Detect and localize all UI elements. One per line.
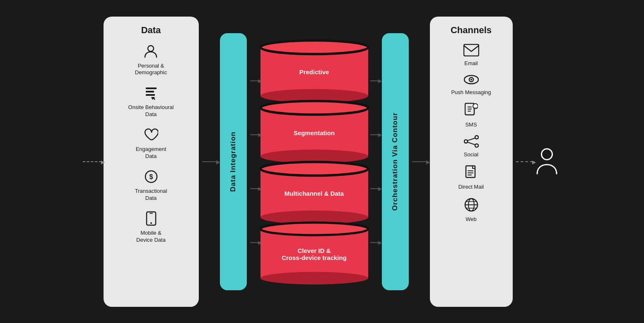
svg-text:$: $	[149, 173, 153, 180]
orchestration-panel: Orchestration Via Contour	[382, 33, 409, 290]
channel-sms: ... SMS	[465, 103, 478, 128]
channel-directmail: Direct Mail	[458, 165, 484, 190]
transactional-label: TransactionalData	[135, 188, 167, 202]
svg-text:...: ...	[474, 105, 477, 109]
svg-point-36	[475, 136, 478, 139]
channel-web: Web	[464, 197, 479, 222]
arrow-orchestration-to-channels: ▶	[412, 33, 427, 290]
sms-icon: ...	[465, 103, 478, 121]
data-integration-panel: Data Integration	[220, 33, 247, 290]
svg-rect-2	[146, 91, 154, 92]
data-panel: Data Personal &Demographic	[104, 17, 199, 307]
web-label: Web	[466, 216, 477, 222]
channel-email: Email	[463, 44, 479, 66]
data-item-behavioural: Onsite BehaviouralData	[128, 85, 174, 118]
svg-point-0	[148, 46, 154, 51]
mobile-icon	[145, 211, 157, 228]
data-item-transactional: $ TransactionalData	[135, 169, 167, 202]
segment-multichannel-label: Multichannel & Data	[281, 190, 347, 197]
right-db-arrows: ▶ ▶ ▶ ▶	[370, 41, 382, 282]
svg-point-35	[464, 140, 468, 143]
svg-point-8	[150, 222, 152, 224]
heart-icon	[143, 127, 158, 144]
push-label: Push Messaging	[451, 89, 491, 95]
orchestration-label: Orchestration Via Contour	[391, 112, 399, 211]
svg-rect-1	[146, 87, 157, 89]
svg-line-38	[468, 138, 475, 141]
behavioural-label: Onsite BehaviouralData	[128, 104, 174, 118]
customer-person	[533, 33, 562, 290]
db-segment-cleverid: Clever ID &Cross-device tracking	[260, 223, 368, 282]
channels-panel: Channels Email Push Messaging	[430, 17, 513, 307]
engagement-label: EngagementData	[136, 146, 166, 160]
channel-push: Push Messaging	[451, 74, 491, 95]
segment-segmentation-label: Segmentation	[290, 129, 338, 136]
svg-rect-25	[464, 44, 479, 56]
personal-label: Personal &Demographic	[135, 63, 167, 77]
cursor-icon	[144, 85, 159, 102]
svg-point-49	[542, 149, 552, 160]
social-icon	[464, 135, 479, 151]
cylinder-stack: Predictive Segmentation	[260, 41, 368, 282]
arrow-data-to-integration: ▶	[202, 33, 217, 290]
data-integration-label: Data Integration	[229, 131, 237, 192]
data-item-mobile: Mobile &Device Data	[136, 211, 166, 244]
email-icon	[463, 44, 479, 59]
data-item-engagement: EngagementData	[136, 127, 166, 160]
exit-arrow: ▶	[516, 33, 533, 290]
email-label: Email	[464, 60, 478, 66]
sms-label: SMS	[465, 121, 477, 128]
entry-arrow: ▶	[83, 33, 101, 290]
svg-rect-3	[146, 94, 155, 96]
segment-cleverid-label: Clever ID &Cross-device tracking	[278, 247, 350, 261]
directmail-label: Direct Mail	[458, 184, 484, 190]
left-db-arrows: ▶ ▶ ▶ ▶	[247, 41, 258, 282]
person-icon	[143, 44, 158, 61]
dollar-icon: $	[144, 169, 159, 186]
directmail-icon	[465, 165, 478, 183]
svg-line-39	[468, 142, 475, 145]
data-panel-title: Data	[141, 25, 161, 36]
data-item-personal: Personal &Demographic	[135, 44, 167, 77]
svg-rect-40	[466, 166, 475, 177]
db-segment-segmentation: Segmentation	[260, 102, 368, 160]
web-icon	[464, 197, 479, 215]
diagram-container: ▶ Data Personal &Demographic	[0, 17, 644, 307]
push-icon	[464, 74, 479, 88]
mobile-label: Mobile &Device Data	[136, 230, 166, 244]
social-label: Social	[464, 151, 478, 158]
database-section: Predictive Segmentation	[258, 33, 370, 290]
db-segment-multichannel: Multichannel & Data	[260, 163, 368, 221]
segment-predictive-label: Predictive	[296, 68, 333, 75]
channel-social: Social	[464, 135, 479, 158]
svg-point-28	[470, 79, 472, 80]
svg-point-37	[475, 144, 478, 147]
db-segment-predictive: Predictive	[260, 41, 368, 100]
channels-panel-title: Channels	[451, 25, 492, 36]
